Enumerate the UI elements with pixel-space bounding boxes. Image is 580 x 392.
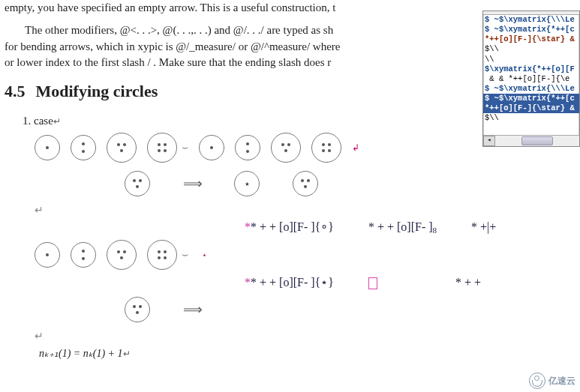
para-line-1: The other modifiers, @<. . .>, @(. . .,.… <box>25 24 333 36</box>
formula-box <box>368 276 377 289</box>
formula-b2: * + + <box>455 276 481 289</box>
circle-four-dots-c <box>147 240 177 270</box>
code-line: $ ~$\xymatrix{\\\Le <box>483 15 579 25</box>
code-line-selected[interactable]: *++[o][F-]{\star} & <box>483 103 579 113</box>
code-line-selected[interactable]: $ ~$\xymatrix{*++[c <box>483 94 579 103</box>
circle-four-dots <box>147 133 177 163</box>
scroll-left-button[interactable]: ◂ <box>483 136 495 146</box>
circle-three-dots-c <box>107 240 137 270</box>
circle-two-dots-vert-b <box>235 135 260 160</box>
scroll-thumb[interactable] <box>521 136 553 145</box>
formula-row-a: ** + + [o][F- ]{∘} * + + [o][F- ]8 * +|+ <box>245 220 575 235</box>
pink-mark: ⋆ <box>202 250 207 260</box>
code-line: & & *++[o][F-]{\e <box>483 74 579 84</box>
glyph-row-2: ⟹ ⋆ <box>125 168 575 199</box>
circle-three-dots-b <box>271 133 301 163</box>
return-icon-math: ↵ <box>123 349 131 359</box>
code-line: $\xymatrix{*++[o][F <box>483 64 579 74</box>
code-line: \\ <box>483 55 579 64</box>
circle-three-mini-c <box>125 297 150 322</box>
code-panel: $ ~$\xymatrix{\\\Le $ ~$\xymatrix{*++[c … <box>482 10 580 147</box>
formula-a2-body: * + + [o][F- ] <box>368 220 433 233</box>
para-line-2: for bending arrows, which in xypic is @/… <box>5 40 340 52</box>
circle-single-dot <box>35 135 60 160</box>
circle-three-mini-b <box>293 171 318 196</box>
glyph-row-4: ⟹ <box>125 294 575 325</box>
enum-label: case <box>34 115 53 127</box>
formula-a1: ** + + [o][F- ]{∘} <box>245 220 334 234</box>
circle-star: ⋆ <box>234 171 260 196</box>
formula-b1-body: * + + [o][F- ]{⋆} <box>251 276 334 289</box>
circle-two-dots-vert-c <box>71 242 96 268</box>
circle-three-mini <box>125 171 150 196</box>
cloud-icon <box>529 373 545 389</box>
return-icon-r: ↲ <box>352 142 359 153</box>
formula-a2-sub: 8 <box>433 226 437 235</box>
section-title: Modifying circles <box>36 82 158 100</box>
box-icon <box>368 277 377 289</box>
formula-a1-body: * + + [o][F- ]{∘} <box>251 220 334 233</box>
scroll-track[interactable] <box>495 136 579 145</box>
smile-icon: ⌣ <box>182 142 188 154</box>
section-number: 4.5 <box>5 82 26 101</box>
return-mark-left-2: ↵ <box>35 330 575 343</box>
horizontal-scrollbar[interactable]: ◂ <box>483 135 579 146</box>
circle-single-dot-b <box>199 135 224 160</box>
code-line: $ ~$\xymatrix{\\\Le <box>483 84 579 94</box>
circle-four-dots-b <box>311 133 341 163</box>
return-mark-left: ↵ <box>35 204 575 217</box>
formula-a1-star: * <box>245 220 251 233</box>
return-icon: ↵ <box>53 116 61 127</box>
math-expr: nₖ₊₁(1) = nₖ(1) + 1 <box>39 348 123 359</box>
math-recurrence: nₖ₊₁(1) = nₖ(1) + 1↵ <box>39 347 575 360</box>
circle-single-dot-c <box>35 242 60 268</box>
para-line-3: or lower index to the first slash / . Ma… <box>5 56 331 68</box>
watermark-text: 亿速云 <box>548 375 575 388</box>
formula-a2: * + + [o][F- ]8 <box>368 220 437 235</box>
formula-b1: ** + + [o][F- ]{⋆} <box>245 275 334 289</box>
double-arrow-icon: ⟹ <box>183 175 201 192</box>
code-line: $\\ <box>483 44 579 54</box>
glyph-row-3: ⌣ ⋆ <box>35 239 575 271</box>
formula-b1-star: * <box>245 276 251 289</box>
enum-number: 1. <box>23 115 31 127</box>
code-line: $ ~$\xymatrix{*++[c <box>483 25 579 34</box>
formula-row-b: ** + + [o][F- ]{⋆} * + + <box>245 275 575 289</box>
code-line: *++[o][F-]{\star} & <box>483 34 579 44</box>
circle-three-dots <box>107 133 137 163</box>
circle-two-dots-vert <box>71 135 96 160</box>
code-line: $\\ <box>483 113 579 123</box>
formula-a3: * +|+ <box>471 220 496 234</box>
double-arrow-icon-b: ⟹ <box>183 301 201 318</box>
smile-icon-b: ⌣ <box>182 249 188 261</box>
watermark-logo: 亿速云 <box>529 373 575 389</box>
